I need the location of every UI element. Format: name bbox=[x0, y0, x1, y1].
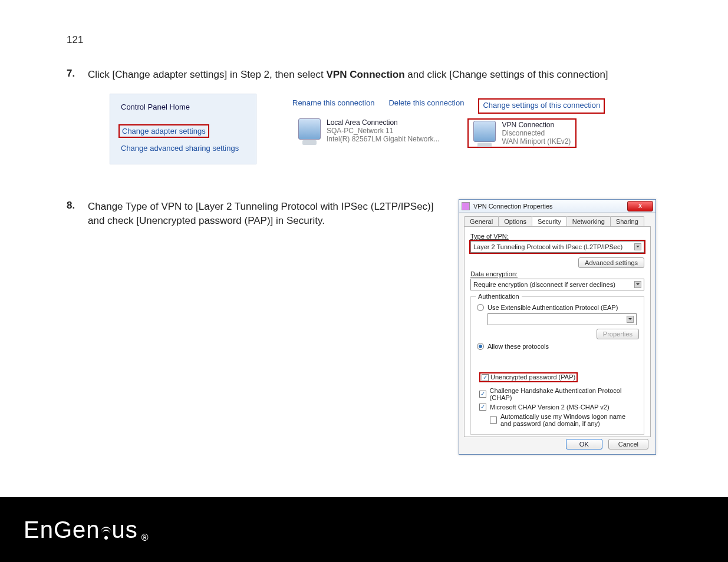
tab-security[interactable]: Security bbox=[532, 216, 567, 226]
allow-protocols-label: Allow these protocols bbox=[487, 343, 549, 350]
checkbox-icon bbox=[479, 391, 486, 398]
data-encryption-value: Require encryption (disconnect if server… bbox=[473, 281, 615, 288]
radio-icon bbox=[477, 343, 484, 350]
advanced-settings-button[interactable]: Advanced settings bbox=[578, 257, 644, 268]
step-7-pre: Click [Change adapter settings] in Step … bbox=[88, 69, 326, 80]
close-button[interactable]: x bbox=[627, 201, 653, 211]
link-change-advanced-sharing[interactable]: Change advanced sharing settings bbox=[121, 144, 245, 153]
toolbar-rename[interactable]: Rename this connection bbox=[292, 98, 374, 114]
connection-local-text: Local Area Connection SQA-PC_Network 11 … bbox=[327, 118, 439, 148]
data-encryption-label: Data encryption: bbox=[470, 270, 644, 277]
step-8-num: 8. bbox=[67, 200, 88, 228]
dialog-buttons: OK Cancel bbox=[566, 439, 648, 449]
logo-text-1: EnGen bbox=[24, 517, 100, 543]
data-encryption-combo[interactable]: Require encryption (disconnect if server… bbox=[470, 279, 644, 290]
mschap-label: Microsoft CHAP Version 2 (MS-CHAP v2) bbox=[490, 404, 610, 411]
eap-radio-label: Use Extensible Authentication Protocol (… bbox=[487, 304, 618, 311]
tab-sharing[interactable]: Sharing bbox=[610, 216, 644, 226]
step-8-text: Change Type of VPN to [Layer 2 Tunneling… bbox=[88, 200, 436, 228]
control-panel-home: Control Panel Home bbox=[121, 103, 245, 111]
tab-options[interactable]: Options bbox=[498, 216, 532, 226]
vpn-properties-dialog: VPN Connection Properties x General Opti… bbox=[459, 199, 656, 455]
network-adapter-icon bbox=[298, 118, 321, 140]
chevron-down-icon bbox=[627, 316, 634, 323]
page-number: 121 bbox=[67, 34, 83, 46]
pap-label: Unencrypted password (PAP) bbox=[490, 373, 575, 381]
step-7-num: 7. bbox=[67, 68, 88, 82]
security-tabpage: Type of VPN: Layer 2 Tunneling Protocol … bbox=[464, 226, 651, 437]
step-7-post: and click [Change settings of this conne… bbox=[405, 69, 608, 80]
logo-text-2: us bbox=[112, 517, 138, 543]
connections-row: Local Area Connection SQA-PC_Network 11 … bbox=[298, 118, 577, 148]
conn2-device: WAN Miniport (IKEv2) bbox=[502, 137, 571, 146]
conn2-sub: Disconnected bbox=[502, 129, 571, 137]
control-panel-sidebar: Control Panel Home Change adapter settin… bbox=[110, 94, 256, 164]
dialog-app-icon bbox=[462, 202, 470, 210]
type-of-vpn-value: Layer 2 Tunneling Protocol with IPsec (L… bbox=[473, 243, 622, 250]
radio-icon bbox=[477, 304, 484, 311]
checkbox-icon bbox=[490, 416, 497, 424]
engenius-logo: EnGen us ® bbox=[24, 517, 149, 543]
authentication-fieldset: Authentication Use Extensible Authentica… bbox=[470, 296, 644, 435]
eap-method-combo bbox=[487, 313, 637, 325]
eap-properties-button: Properties bbox=[597, 329, 639, 339]
connection-local-area[interactable]: Local Area Connection SQA-PC_Network 11 … bbox=[298, 118, 439, 148]
step-7-bold: VPN Connection bbox=[326, 69, 404, 80]
connection-vpn[interactable]: VPN Connection Disconnected WAN Miniport… bbox=[467, 118, 577, 148]
cancel-button[interactable]: Cancel bbox=[608, 439, 648, 449]
mschap-checkbox[interactable]: Microsoft CHAP Version 2 (MS-CHAP v2) bbox=[479, 404, 639, 411]
page-footer: EnGen us ® bbox=[0, 497, 728, 562]
dialog-titlebar: VPN Connection Properties x bbox=[459, 200, 655, 213]
eap-radio[interactable]: Use Extensible Authentication Protocol (… bbox=[477, 304, 639, 311]
toolbar-change-settings[interactable]: Change settings of this connection bbox=[478, 98, 605, 114]
conn2-title: VPN Connection bbox=[502, 121, 571, 129]
link-change-adapter-label: Change adapter settings bbox=[122, 127, 206, 135]
dialog-tabs: General Options Security Networking Shar… bbox=[459, 213, 655, 226]
toolbar-delete[interactable]: Delete this connection bbox=[388, 98, 464, 114]
step-7-text: Click [Change adapter settings] in Step … bbox=[88, 68, 608, 82]
conn1-title: Local Area Connection bbox=[327, 118, 439, 127]
chap-checkbox[interactable]: Challenge Handshake Authentication Proto… bbox=[479, 387, 639, 401]
tab-general[interactable]: General bbox=[464, 216, 499, 226]
type-of-vpn-label: Type of VPN: bbox=[470, 233, 644, 240]
connection-vpn-text: VPN Connection Disconnected WAN Miniport… bbox=[502, 121, 571, 146]
auto-windows-logon-checkbox[interactable]: Automatically use my Windows logon name … bbox=[490, 413, 639, 427]
toolbar: Rename this connection Delete this conne… bbox=[292, 98, 622, 114]
registered-mark: ® bbox=[141, 533, 149, 543]
conn1-device: Intel(R) 82567LM Gigabit Network... bbox=[327, 135, 439, 143]
figure-control-panel: Control Panel Home Change adapter settin… bbox=[110, 94, 622, 164]
chevron-down-icon bbox=[634, 281, 641, 288]
chevron-down-icon bbox=[634, 243, 641, 250]
step-8: 8. Change Type of VPN to [Layer 2 Tunnel… bbox=[67, 200, 436, 228]
pap-checkbox[interactable]: Unencrypted password (PAP) bbox=[479, 372, 578, 382]
type-of-vpn-combo[interactable]: Layer 2 Tunneling Protocol with IPsec (L… bbox=[470, 241, 644, 253]
tab-networking[interactable]: Networking bbox=[566, 216, 611, 226]
auto-windows-logon-label: Automatically use my Windows logon name … bbox=[500, 413, 630, 427]
checkbox-icon bbox=[482, 374, 489, 381]
chap-label: Challenge Handshake Authentication Proto… bbox=[490, 387, 639, 401]
link-change-adapter[interactable]: Change adapter settings bbox=[118, 124, 209, 138]
step-7: 7. Click [Change adapter settings] in St… bbox=[67, 68, 608, 82]
ok-button[interactable]: OK bbox=[566, 439, 602, 449]
protocol-list: Unencrypted password (PAP) Challenge Han… bbox=[479, 370, 639, 427]
wifi-icon bbox=[100, 529, 112, 540]
allow-protocols-radio[interactable]: Allow these protocols bbox=[477, 343, 639, 350]
dialog-title: VPN Connection Properties bbox=[473, 203, 627, 210]
checkbox-icon bbox=[479, 404, 486, 411]
vpn-adapter-icon bbox=[473, 121, 496, 142]
conn1-sub: SQA-PC_Network 11 bbox=[327, 127, 439, 135]
authentication-legend: Authentication bbox=[476, 293, 522, 300]
